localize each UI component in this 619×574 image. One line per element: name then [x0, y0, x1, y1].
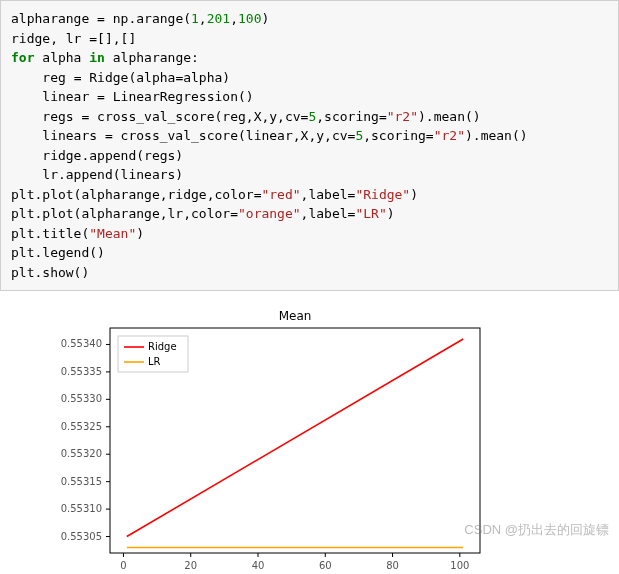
code-line: plt.plot(alpharange,ridge,color="red",la…: [11, 185, 608, 205]
code-line: plt.legend(): [11, 243, 608, 263]
code-line: lr.append(linears): [11, 165, 608, 185]
x-ticks: 020406080100: [120, 553, 469, 571]
svg-text:60: 60: [319, 560, 332, 571]
svg-text:0.55325: 0.55325: [61, 421, 102, 432]
code-line: regs = cross_val_score(reg,X,y,cv=5,scor…: [11, 107, 608, 127]
svg-text:0.55320: 0.55320: [61, 448, 102, 459]
svg-text:20: 20: [184, 560, 197, 571]
code-line: ridge, lr =[],[]: [11, 29, 608, 49]
code-line: plt.title("Mean"): [11, 224, 608, 244]
code-line: alpharange = np.arange(1,201,100): [11, 9, 608, 29]
code-line: plt.plot(alpharange,lr,color="orange",la…: [11, 204, 608, 224]
legend-label-ridge: Ridge: [148, 341, 177, 352]
plot-area: 020406080100 0.553050.553100.553150.5532…: [61, 328, 480, 571]
code-line: linear = LinearRegression(): [11, 87, 608, 107]
svg-text:0.55330: 0.55330: [61, 393, 102, 404]
legend: Ridge LR: [118, 336, 188, 372]
svg-text:0.55335: 0.55335: [61, 366, 102, 377]
code-line: for alpha in alpharange:: [11, 48, 608, 68]
svg-text:100: 100: [450, 560, 469, 571]
legend-label-lr: LR: [148, 356, 161, 367]
code-block: alpharange = np.arange(1,201,100)ridge, …: [0, 0, 619, 291]
chart-output: Mean 020406080100 0.553050.553100.553150…: [0, 291, 619, 574]
svg-text:0.55340: 0.55340: [61, 338, 102, 349]
chart-title: Mean: [279, 309, 312, 323]
svg-text:80: 80: [386, 560, 399, 571]
svg-text:0.55310: 0.55310: [61, 503, 102, 514]
code-line: linears = cross_val_score(linear,X,y,cv=…: [11, 126, 608, 146]
code-line: plt.show(): [11, 263, 608, 283]
code-line: reg = Ridge(alpha=alpha): [11, 68, 608, 88]
svg-text:0: 0: [120, 560, 126, 571]
svg-text:40: 40: [252, 560, 265, 571]
chart-svg: Mean 020406080100 0.553050.553100.553150…: [40, 306, 500, 574]
svg-text:0.55315: 0.55315: [61, 476, 102, 487]
code-line: ridge.append(regs): [11, 146, 608, 166]
svg-text:0.55305: 0.55305: [61, 531, 102, 542]
y-ticks: 0.553050.553100.553150.553200.553250.553…: [61, 338, 110, 541]
